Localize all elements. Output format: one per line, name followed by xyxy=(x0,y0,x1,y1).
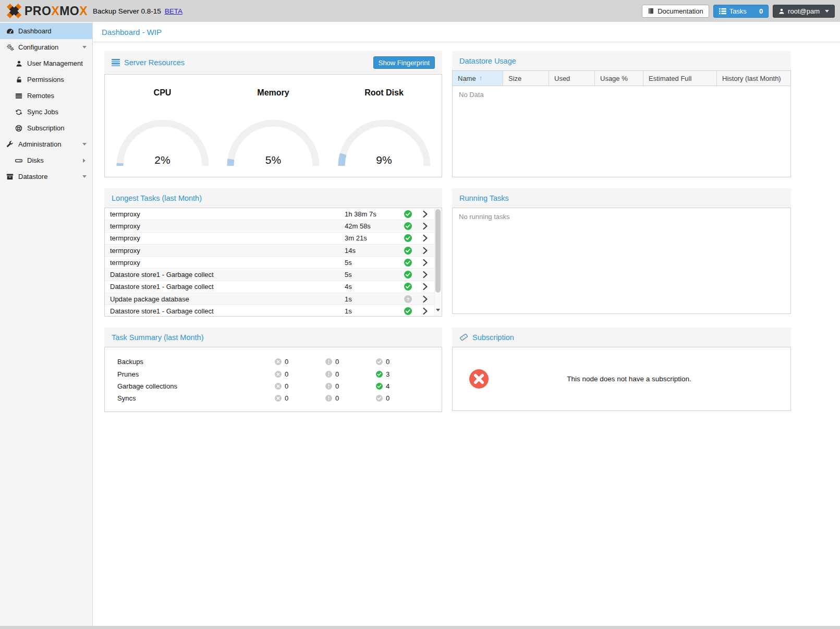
task-row[interactable]: termproxy 5s ? xyxy=(105,257,434,269)
task-summary-header: Task Summary (last Month) xyxy=(104,328,442,347)
root-disk-gauge: Root Disk 9% xyxy=(331,75,437,177)
sidebar-item-permissions[interactable]: Permissions xyxy=(0,71,92,88)
sidebar-item-disks[interactable]: Disks xyxy=(0,152,92,168)
memory-gauge: Memory 5% xyxy=(220,75,326,177)
task-status-icon: ? xyxy=(400,307,416,315)
summary-row: Syncs 0 0 0 xyxy=(105,392,442,404)
task-status-icon: ? xyxy=(400,259,416,267)
datastore-table-header: Name ↑ Size Used Usage % Estimated Full … xyxy=(453,71,790,86)
task-row[interactable]: Datastore store1 - Garbage collect 4s ? xyxy=(105,281,434,293)
task-status-icon: ? xyxy=(400,247,416,255)
open-task-button[interactable] xyxy=(416,211,434,217)
subscription-message: This node does not have a subscription. xyxy=(489,375,770,383)
column-header-estimated-full[interactable]: Estimated Full xyxy=(643,71,717,86)
summary-row: Prunes 0 0 3 xyxy=(105,368,442,380)
column-header-name[interactable]: Name ↑ xyxy=(453,71,503,86)
warning-circle-icon xyxy=(325,358,332,365)
sidebar-item-configuration[interactable]: Configuration xyxy=(0,39,92,55)
open-task-button[interactable] xyxy=(416,296,434,303)
column-header-history[interactable]: History (last Month) xyxy=(717,71,790,86)
task-list-icon xyxy=(719,8,726,15)
user-menu-button[interactable]: root@pam xyxy=(773,5,835,18)
tasks-button[interactable]: Tasks 0 xyxy=(713,5,769,18)
running-tasks-panel: Running Tasks No running tasks xyxy=(452,188,791,314)
panel-title: Running Tasks xyxy=(459,194,509,202)
caret-right-icon xyxy=(83,159,88,163)
sidebar-item-user-management[interactable]: User Management xyxy=(0,55,92,71)
caret-down-icon xyxy=(82,143,87,148)
cpu-gauge: CPU 2% xyxy=(109,75,216,177)
server-resources-header: Server Resources Show Fingerprint xyxy=(104,51,442,74)
ok-circle-icon xyxy=(376,395,383,402)
task-row[interactable]: termproxy 3m 21s ? xyxy=(105,233,434,245)
beta-link[interactable]: BETA xyxy=(165,7,182,15)
error-circle-icon xyxy=(275,383,282,390)
panel-title: Server Resources xyxy=(124,58,185,67)
no-data-text: No Data xyxy=(453,86,790,103)
task-status-icon: ? xyxy=(400,271,416,279)
datastore-usage-panel: Datastore Usage Name ↑ Size Used Usage %… xyxy=(452,51,791,177)
sidebar-item-datastore[interactable]: Datastore xyxy=(0,168,92,185)
gauge-label: Root Disk xyxy=(364,88,404,98)
longest-tasks-header: Longest Tasks (last Month) xyxy=(104,188,442,208)
gauge-value: 2% xyxy=(113,154,212,166)
summary-row: Garbage collections 0 0 4 xyxy=(105,380,442,392)
show-fingerprint-button[interactable]: Show Fingerprint xyxy=(373,56,435,69)
sidebar-item-label: Subscription xyxy=(27,124,65,132)
sidebar-item-label: Permissions xyxy=(27,76,64,83)
panel-title: Subscription xyxy=(472,333,514,342)
error-circle-icon xyxy=(275,371,282,378)
user-icon xyxy=(778,8,785,15)
open-task-button[interactable] xyxy=(416,283,434,290)
sidebar-item-remotes[interactable]: Remotes xyxy=(0,88,92,104)
sidebar-item-dashboard[interactable]: Dashboard xyxy=(0,23,92,39)
running-tasks-header: Running Tasks xyxy=(452,188,791,208)
svg-text:?: ? xyxy=(406,297,409,302)
task-row[interactable]: Update package database 1s ? xyxy=(105,293,434,305)
open-task-button[interactable] xyxy=(416,247,434,254)
task-row[interactable]: Datastore store1 - Garbage collect 5s ? xyxy=(105,269,434,281)
sort-up-icon: ↑ xyxy=(479,75,482,82)
open-task-button[interactable] xyxy=(416,308,434,314)
ok-circle-icon xyxy=(376,371,383,378)
wrench-icon xyxy=(5,141,15,148)
scroll-down-arrow[interactable] xyxy=(436,309,440,313)
remotes-icon xyxy=(14,92,23,100)
task-row[interactable]: termproxy 42m 58s ? xyxy=(105,220,434,232)
scrollbar-thumb[interactable] xyxy=(435,209,441,293)
column-header-usage-pct[interactable]: Usage % xyxy=(595,71,643,86)
gauge-label: Memory xyxy=(257,88,289,98)
book-icon xyxy=(648,7,654,15)
tachometer-icon xyxy=(5,27,15,35)
task-status-icon: ? xyxy=(400,210,416,218)
sidebar-item-sync-jobs[interactable]: Sync Jobs xyxy=(0,104,92,120)
product-version-label: Backup Server 0.8-15 xyxy=(93,7,161,15)
gauge-label: CPU xyxy=(154,88,172,98)
sidebar-item-subscription[interactable]: Subscription xyxy=(0,120,92,136)
vertical-scrollbar[interactable] xyxy=(434,209,441,316)
open-task-button[interactable] xyxy=(416,271,434,278)
documentation-button[interactable]: Documentation xyxy=(642,5,709,18)
user-icon xyxy=(14,60,23,67)
sidebar-item-label: Dashboard xyxy=(18,27,52,35)
task-row[interactable]: Datastore store1 - Garbage collect 1s ? xyxy=(105,305,434,317)
sidebar: Dashboard Configuration User Management … xyxy=(0,22,93,626)
longest-tasks-panel: Longest Tasks (last Month) termproxy 1h … xyxy=(104,188,442,317)
caret-down-icon xyxy=(82,46,87,51)
task-row[interactable]: termproxy 1h 38m 7s ? xyxy=(105,208,434,220)
task-summary-panel: Task Summary (last Month) Backups 0 0 0 … xyxy=(104,328,442,412)
open-task-button[interactable] xyxy=(416,259,434,266)
ticket-icon xyxy=(459,333,468,341)
gauge-value: 5% xyxy=(224,154,323,166)
top-bar: PROXMOX Backup Server 0.8-15 BETA Docume… xyxy=(0,0,840,22)
column-header-size[interactable]: Size xyxy=(503,71,549,86)
open-task-button[interactable] xyxy=(416,223,434,229)
column-header-used[interactable]: Used xyxy=(549,71,595,86)
error-circle-icon xyxy=(275,358,282,365)
ok-circle-icon xyxy=(376,383,383,390)
sidebar-item-administration[interactable]: Administration xyxy=(0,136,92,152)
task-row[interactable]: termproxy 14s ? xyxy=(105,245,434,257)
open-task-button[interactable] xyxy=(416,235,434,241)
warning-circle-icon xyxy=(325,371,332,378)
sync-icon xyxy=(14,108,23,116)
